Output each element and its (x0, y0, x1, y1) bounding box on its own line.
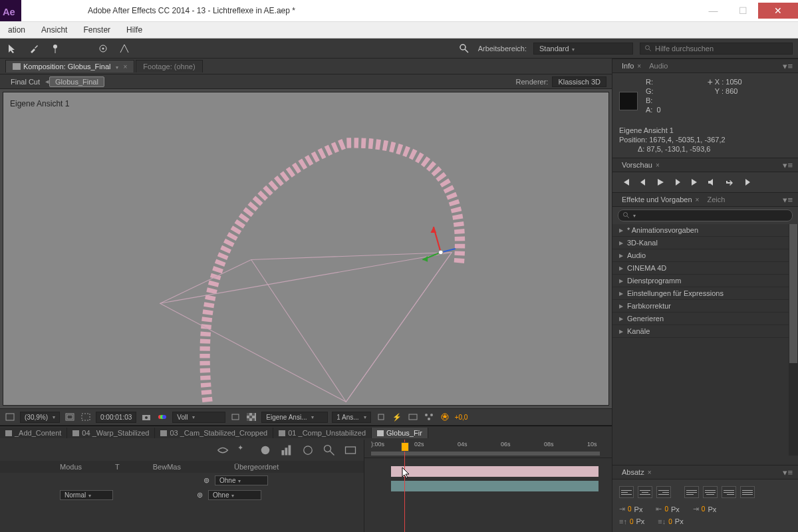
close-icon[interactable]: × (123, 63, 127, 70)
timecode-display[interactable]: 0:00:01:03 (96, 412, 136, 423)
timeline-tab[interactable]: _Add_Content (0, 428, 67, 438)
composition-viewport[interactable]: Eigene Ansicht 1 (3, 92, 609, 406)
brainstorm-icon[interactable] (301, 444, 315, 457)
first-frame-button[interactable] (620, 177, 631, 188)
effect-category[interactable]: ▶Audio (612, 249, 798, 262)
timeline-tab-active[interactable]: Globus_Fir (372, 428, 428, 438)
justify-left-button[interactable] (684, 486, 699, 498)
mask-icon[interactable] (80, 411, 92, 423)
auto-keyframe-icon[interactable] (323, 444, 336, 457)
exposure-value[interactable]: +0,0 (455, 414, 468, 421)
fast-preview-icon[interactable]: ⚡ (391, 411, 403, 423)
graph-icon[interactable] (280, 444, 293, 457)
flowchart-icon[interactable] (423, 411, 435, 423)
panel-menu-icon[interactable]: ▾≡ (783, 160, 793, 170)
effect-category[interactable]: ▶Dienstprogramm (612, 275, 798, 287)
renderer-select[interactable]: Klassisch 3D (552, 76, 606, 87)
axis-tool-icon[interactable] (117, 41, 132, 56)
workspace-select[interactable]: Standard (533, 43, 633, 55)
timeline-tracks[interactable]: ):00s 02s 04s 06s 08s 10s (364, 440, 612, 532)
panel-menu-icon[interactable]: ▾≡ (783, 467, 793, 477)
timeline-tab[interactable]: 04 _Warp_Stabilized (67, 428, 155, 438)
tab-effects[interactable]: Effekte und Vorgaben× (618, 195, 703, 204)
search-icon[interactable] (457, 41, 471, 56)
next-frame-button[interactable] (672, 177, 683, 188)
align-center-button[interactable] (638, 486, 652, 498)
effects-search-input[interactable]: ▾ (618, 209, 793, 221)
selection-tool-icon[interactable] (5, 41, 20, 56)
pickwhip-icon[interactable]: ⊚ (197, 491, 203, 499)
menu-item[interactable]: Ansicht (33, 25, 75, 35)
breadcrumb-item[interactable]: Final Cut (5, 77, 45, 86)
justify-center-button[interactable] (703, 486, 718, 498)
menu-item[interactable]: Fenster (75, 25, 118, 35)
layer-bar[interactable] (391, 466, 598, 477)
last-frame-button[interactable] (690, 177, 700, 188)
effect-category[interactable]: ▶Einstellungen für Expressions (612, 287, 798, 300)
timeline-tab[interactable]: 03 _Cam_Stabilized_Cropped (155, 428, 273, 438)
chevron-down-icon[interactable] (113, 63, 118, 70)
tab-footage[interactable]: Footage: (ohne) (136, 60, 202, 72)
layer-bar[interactable] (391, 481, 598, 491)
align-left-button[interactable] (619, 486, 634, 498)
roi-icon[interactable] (229, 411, 241, 423)
work-area-bar[interactable] (371, 452, 600, 456)
indent-right-input[interactable]: ⇥0Px (693, 505, 716, 513)
tab-audio[interactable]: Audio (645, 61, 672, 70)
view-select[interactable]: Eigene Ansi... (261, 412, 328, 423)
effect-category[interactable]: ▶* Animationsvorgaben (612, 224, 798, 237)
effect-category[interactable]: ▶Kanäle (612, 325, 798, 338)
breadcrumb-item-active[interactable]: Globus_Final (49, 76, 104, 87)
justify-right-button[interactable] (722, 486, 736, 498)
pixel-aspect-icon[interactable] (375, 411, 387, 423)
loop-button[interactable] (724, 177, 735, 188)
blend-mode-select[interactable]: Normal (60, 490, 113, 500)
effect-category[interactable]: ▶Generieren (612, 313, 798, 325)
channel-icon[interactable] (156, 411, 168, 423)
effect-category[interactable]: ▶CINEMA 4D (612, 262, 798, 275)
help-search-input[interactable]: Hilfe durchsuchen (640, 43, 793, 55)
col-modus[interactable]: Modus (60, 463, 82, 471)
panel-menu-icon[interactable]: ▾≡ (783, 195, 793, 205)
menu-item[interactable]: Hilfe (118, 25, 150, 35)
tab-composition[interactable]: Komposition: Globus_Final × (5, 60, 134, 72)
maximize-button[interactable]: ☐ (728, 3, 758, 19)
frame-blend-icon[interactable]: ✦ (237, 444, 251, 457)
anchor-tool-icon[interactable] (96, 41, 110, 56)
effect-category[interactable]: ▶3D-Kanal (612, 237, 798, 249)
shy-icon[interactable] (216, 444, 229, 457)
timeline-tab[interactable]: 01 _Comp_Unstabilized (273, 428, 372, 438)
panel-menu-icon[interactable]: ▾≡ (783, 61, 793, 71)
scrollbar[interactable] (789, 224, 798, 456)
indent-first-input[interactable]: ⇤0Px (656, 505, 679, 513)
switches-icon[interactable] (344, 444, 357, 457)
zoom-select[interactable]: (30,9%) (20, 412, 60, 423)
resolution-select[interactable]: Voll (172, 412, 225, 423)
minimize-button[interactable]: — (698, 3, 728, 19)
space-after-input[interactable]: ≡↓0Px (658, 517, 683, 525)
align-right-button[interactable] (656, 486, 671, 498)
rotobrush-tool-icon[interactable] (27, 41, 41, 56)
layer-row[interactable]: Normal ⊚ Ohne (0, 487, 364, 502)
tab-paragraph[interactable]: Absatz× (618, 467, 655, 477)
menu-item[interactable]: ation (0, 25, 33, 35)
views-count-select[interactable]: 1 Ans... (332, 412, 370, 423)
prev-frame-button[interactable] (638, 177, 648, 188)
ram-preview-button[interactable] (741, 177, 752, 188)
safe-zones-icon[interactable] (64, 411, 76, 423)
parent-select[interactable]: Ohne (215, 475, 268, 485)
reset-exposure-icon[interactable] (439, 411, 451, 423)
tab-preview[interactable]: Vorschau× (618, 160, 664, 170)
space-before-input[interactable]: ≡↑0Px (619, 517, 644, 525)
pin-tool-icon[interactable] (48, 41, 63, 56)
play-button[interactable] (655, 177, 666, 188)
effect-category[interactable]: ▶Farbkorrektur (612, 300, 798, 313)
timeline-icon[interactable] (407, 411, 419, 423)
justify-all-button[interactable] (740, 486, 755, 498)
indent-left-input[interactable]: ⇥0Px (619, 505, 642, 513)
layer-row[interactable]: ⊚ Ohne (0, 473, 364, 487)
parent-select[interactable]: Ohne (208, 490, 261, 500)
close-button[interactable]: ✕ (758, 3, 798, 19)
transparency-grid-icon[interactable] (245, 411, 257, 423)
playhead[interactable] (404, 440, 405, 532)
